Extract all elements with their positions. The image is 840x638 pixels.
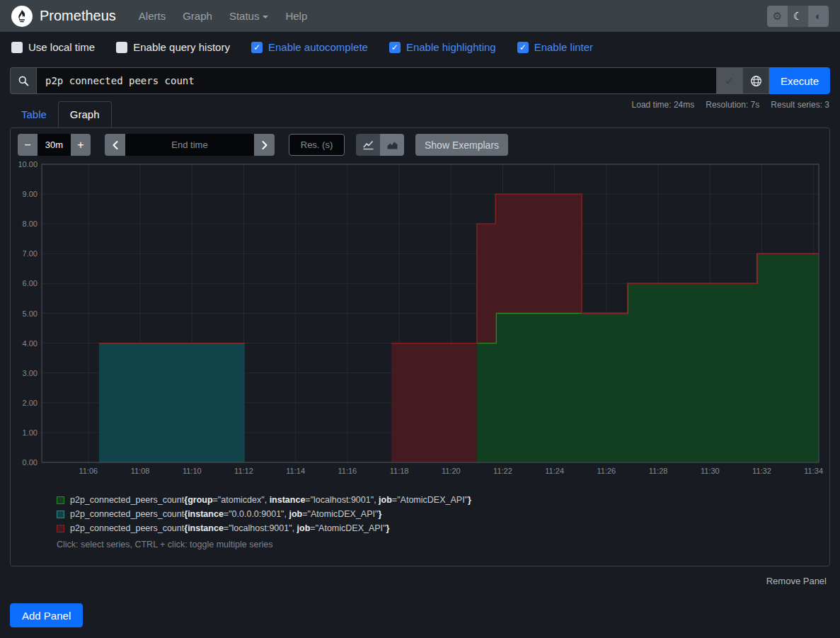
legend-label: p2p_connected_peers_count{instance="0.0.… [70,509,381,519]
checked-checkbox-icon[interactable]: ✓ [389,42,401,53]
svg-text:11:20: 11:20 [442,467,461,475]
search-icon [10,67,36,94]
prometheus-app: Prometheus AlertsGraphStatusHelp ⚙☾◐ Use… [0,0,840,638]
svg-text:11:08: 11:08 [131,467,150,475]
graph-panel: − + [10,127,830,566]
nav-item-status[interactable]: Status [222,4,276,28]
nav-item-alerts[interactable]: Alerts [132,4,173,28]
query-bar: ✓ Execute [10,67,830,94]
time-back-button[interactable] [105,134,125,156]
line-chart-toggle-button[interactable] [356,134,380,156]
metrics-explorer-globe-button[interactable] [743,67,769,94]
end-time-input[interactable] [125,134,254,156]
legend-swatch-green [57,496,64,504]
time-forward-button[interactable] [254,134,275,156]
half-contrast-icon: ◐ [815,10,822,22]
execute-button[interactable]: Execute [769,67,830,94]
legend-item-green[interactable]: p2p_connected_peers_count{group="atomicd… [57,495,471,505]
legend-swatch-teal [57,511,64,518]
options-row: Use local timeEnable query history✓Enabl… [11,41,593,53]
legend-swatch-red [57,525,64,532]
svg-text:11:32: 11:32 [752,467,771,475]
stacked-chart-toggle-button[interactable] [380,134,404,156]
option-enable-query-history[interactable]: Enable query history [116,41,230,53]
graph-chart[interactable]: 0.001.002.003.004.005.006.007.008.009.00… [11,160,824,482]
option-label: Enable query history [133,41,230,53]
option-enable-autocomplete[interactable]: ✓Enable autocomplete [251,41,368,53]
svg-text:11:28: 11:28 [649,467,668,475]
svg-text:6.00: 6.00 [23,279,38,287]
range-increase-button[interactable]: + [71,134,91,156]
option-enable-highlighting[interactable]: ✓Enable highlighting [389,41,496,53]
legend-label: p2p_connected_peers_count{instance="loca… [70,523,389,533]
option-enable-linter[interactable]: ✓Enable linter [517,41,593,53]
graph-legend: p2p_connected_peers_count{group="atomicd… [57,495,471,537]
legend-item-red[interactable]: p2p_connected_peers_count{instance="loca… [57,523,471,533]
settings-button[interactable]: ⚙ [767,6,788,27]
y-axis-labels: 0.001.002.003.004.005.006.007.008.009.00… [18,160,38,467]
query-stats: Load time: 24ms Resolution: 7s Result se… [632,100,829,110]
svg-text:11:14: 11:14 [286,467,305,475]
nav-item-help[interactable]: Help [278,4,314,28]
svg-text:4.00: 4.00 [23,339,38,348]
svg-text:2.00: 2.00 [23,399,38,407]
svg-text:9.00: 9.00 [23,190,38,198]
x-axis-labels: 11:0611:0811:1011:1211:1411:1611:1811:20… [79,467,824,475]
resolution-input[interactable] [289,134,345,156]
unchecked-checkbox-icon[interactable] [116,42,127,53]
query-valid-check-button[interactable]: ✓ [717,67,743,94]
svg-text:11:22: 11:22 [493,467,512,475]
range-input[interactable] [38,134,71,156]
query-input[interactable] [36,67,717,94]
svg-text:11:16: 11:16 [338,467,357,475]
load-time: Load time: 24ms [632,100,695,110]
chevron-down-icon [263,16,268,18]
legend-item-teal[interactable]: p2p_connected_peers_count{instance="0.0.… [57,509,471,519]
range-decrease-button[interactable]: − [18,134,38,156]
svg-text:3.00: 3.00 [23,369,38,377]
tab-graph[interactable]: Graph [58,101,112,127]
legend-hint: Click: select series, CTRL + click: togg… [57,540,273,549]
svg-text:11:18: 11:18 [390,467,409,475]
svg-text:0.00: 0.00 [23,458,38,467]
nav-item-graph[interactable]: Graph [176,4,219,28]
series-area-teal [99,343,245,462]
option-label: Enable linter [534,41,593,53]
checked-checkbox-icon[interactable]: ✓ [251,42,263,53]
resolution: Resolution: 7s [706,100,759,110]
navbar: Prometheus AlertsGraphStatusHelp ⚙☾◐ [0,0,840,32]
add-panel-button[interactable]: Add Panel [10,603,83,627]
graph-controls: − + [18,134,508,156]
remove-panel-link[interactable]: Remove Panel [766,576,827,586]
brand-title: Prometheus [40,8,116,24]
panel-tabs: Table Graph [10,101,112,127]
brand[interactable]: Prometheus [11,6,116,27]
dark-theme-button[interactable]: ☾ [788,6,808,27]
svg-text:11:30: 11:30 [701,467,720,475]
svg-text:11:10: 11:10 [183,467,202,475]
option-use-local-time[interactable]: Use local time [11,41,95,53]
svg-text:7.00: 7.00 [23,249,38,258]
checked-checkbox-icon[interactable]: ✓ [517,42,529,53]
svg-text:1.00: 1.00 [23,428,38,437]
show-exemplars-button[interactable]: Show Exemplars [415,134,508,156]
auto-theme-button[interactable]: ◐ [808,6,829,27]
svg-text:8.00: 8.00 [23,220,38,228]
chart-areas [99,194,819,462]
svg-text:11:26: 11:26 [597,467,616,475]
chart-svg[interactable]: 0.001.002.003.004.005.006.007.008.009.00… [11,160,824,482]
tab-table[interactable]: Table [10,102,58,127]
result-series: Result series: 3 [771,100,829,110]
svg-text:11:24: 11:24 [545,467,564,475]
prometheus-logo-icon [11,6,33,27]
svg-text:11:06: 11:06 [79,467,98,475]
svg-text:10.00: 10.00 [18,160,38,169]
unchecked-checkbox-icon[interactable] [11,42,23,53]
svg-text:11:12: 11:12 [234,467,253,475]
svg-text:11:34: 11:34 [804,467,823,475]
option-label: Enable highlighting [406,41,496,53]
nav-menu: AlertsGraphStatusHelp [132,4,767,28]
svg-text:5.00: 5.00 [23,309,38,318]
option-label: Use local time [28,41,95,53]
moon-icon: ☾ [793,10,802,23]
